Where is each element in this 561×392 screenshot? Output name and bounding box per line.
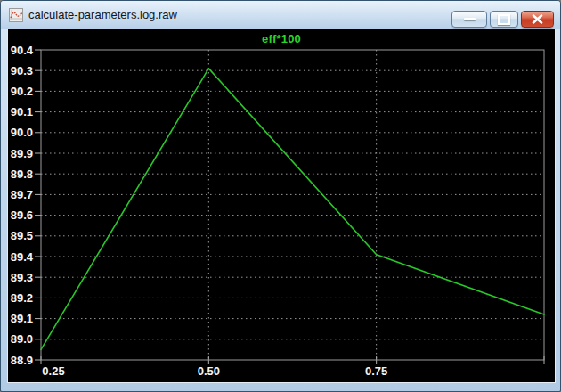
plot-pane[interactable]: eff*100 90.490.390.290.190.089.989.889.7… <box>8 29 555 382</box>
y-axis-label: 89.9 <box>11 147 33 160</box>
y-axis-label: 90.3 <box>11 64 33 78</box>
y-axis-label: 89.4 <box>11 250 34 264</box>
y-axis-label: 89.0 <box>11 332 33 346</box>
y-axis-label: 88.9 <box>11 354 33 367</box>
y-axis-label: 89.6 <box>11 208 33 222</box>
x-axis-label: 0.75 <box>365 364 387 378</box>
y-axis-label: 90.1 <box>11 105 33 118</box>
y-axis-label: 89.8 <box>11 167 33 181</box>
y-axis-label: 89.2 <box>11 291 33 305</box>
window-controls <box>451 11 554 28</box>
minimize-icon <box>464 18 476 20</box>
waveform-plot[interactable]: 90.490.390.290.190.089.989.889.789.689.5… <box>8 29 555 382</box>
maximize-button[interactable] <box>490 11 518 28</box>
y-axis-label: 89.7 <box>11 188 33 201</box>
app-icon <box>9 8 23 22</box>
y-axis-label: 89.1 <box>11 312 33 325</box>
waveform-viewer-window: calculate-parameters.log.raw eff*100 90.… <box>0 0 561 392</box>
window-title: calculate-parameters.log.raw <box>28 1 177 29</box>
close-button[interactable] <box>521 11 554 28</box>
x-axis-label: 0.25 <box>42 364 64 378</box>
trace-line <box>41 69 544 350</box>
y-axis-label: 90.0 <box>11 126 33 139</box>
minimize-button[interactable] <box>451 11 487 28</box>
close-icon <box>532 14 543 24</box>
y-axis-label: 89.3 <box>11 271 33 284</box>
y-axis-label: 89.5 <box>11 229 33 242</box>
maximize-icon <box>498 14 510 25</box>
y-axis-label: 90.2 <box>11 85 33 98</box>
title-bar[interactable]: calculate-parameters.log.raw <box>1 1 560 29</box>
y-axis-label: 90.4 <box>11 44 34 57</box>
plot-border <box>41 50 544 360</box>
x-axis-label: 0.50 <box>198 364 220 378</box>
